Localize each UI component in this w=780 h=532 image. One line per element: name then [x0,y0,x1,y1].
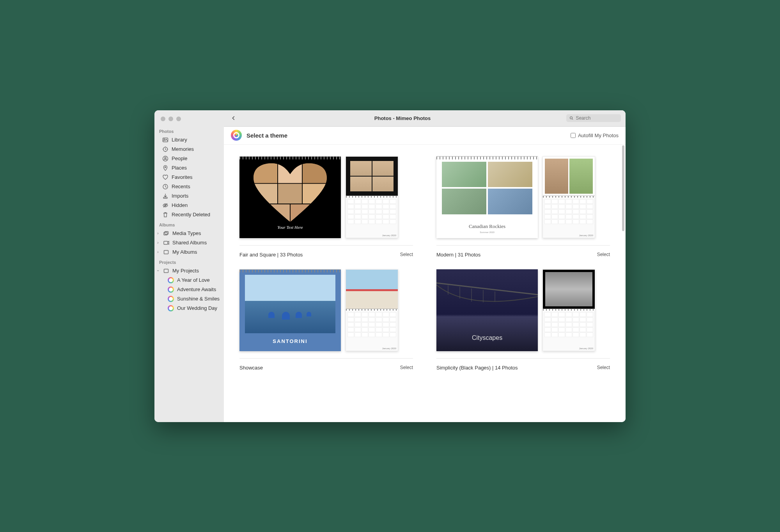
sidebar-item-media-types[interactable]: ›Media Types [154,229,224,238]
theme-cover[interactable]: Your Text Here [239,156,341,238]
theme-previews: Your Text Here January 2020 [239,156,413,246]
sidebar-item-shared-albums[interactable]: ›Shared Albums [154,238,224,247]
sidebar-project-item[interactable]: A Year of Love [154,276,224,285]
sidebar-item-recently-deleted[interactable]: Recently Deleted [154,210,224,219]
scrollbar-thumb[interactable] [622,145,624,231]
spiral-binding [436,156,538,159]
library-icon [162,137,168,143]
minimize-traffic-light[interactable] [168,117,173,121]
theme-meta: Simplicity (Black Pages) | 14 Photos Sel… [436,359,610,371]
theme-meta: Modern | 31 Photos Select [436,246,610,258]
theme-name: Simplicity (Black Pages) | 14 Photos [436,365,518,371]
theme-grid: Your Text Here January 2020 [239,156,610,371]
sidebar-item-recents[interactable]: Recents [154,182,224,191]
projects-icon [163,268,169,274]
window-title: Photos - Mimeo Photos [243,115,562,121]
theme-name: Showcase [239,365,263,371]
svg-rect-18 [303,163,327,184]
theme-previews: Canadian Rockies Summer 2020 January 202… [436,156,610,246]
places-icon [162,165,168,171]
sidebar-item-memories[interactable]: Memories [154,145,224,154]
cover-photo [245,275,335,333]
spiral-binding [239,269,341,272]
theme-cover[interactable]: Cityscapes [436,269,538,351]
memories-icon [162,146,168,152]
calendar-photo-area [346,157,398,196]
sidebar-item-my-projects[interactable]: ›My Projects [154,266,224,276]
calendar-month-label: January 2020 [579,347,593,350]
calendar-preview[interactable]: January 2020 [542,269,595,351]
sidebar-label: Adventure Awaits [177,286,216,292]
sidebar-label: Recents [172,184,190,189]
zoom-traffic-light[interactable] [176,117,181,121]
calendar-grid: January 2020 [543,311,595,351]
mimeo-logo-icon [231,130,242,141]
sidebar-item-hidden[interactable]: Hidden [154,201,224,210]
sidebar-section-projects: Projects [154,257,224,266]
sidebar-label: Recently Deleted [172,212,210,217]
search-field[interactable] [566,114,621,122]
close-traffic-light[interactable] [161,117,165,121]
project-icon [168,296,174,302]
cover-title: Cityscapes [436,334,538,341]
svg-rect-13 [164,269,168,272]
cover-photo-grid [442,162,532,214]
svg-point-1 [164,139,165,140]
autofill-input[interactable] [571,133,576,138]
select-button[interactable]: Select [400,252,413,257]
sidebar-item-favorites[interactable]: Favorites [154,173,224,182]
sidebar-item-people[interactable]: People [154,154,224,163]
chevron-right-icon[interactable]: › [156,250,160,254]
project-icon [168,277,174,283]
sidebar-project-item[interactable]: Sunshine & Smiles [154,294,224,304]
calendar-preview[interactable]: January 2020 [346,156,398,238]
sidebar-section-photos: Photos [154,126,224,135]
theme-grid-scroll[interactable]: Your Text Here January 2020 [224,145,626,422]
subheader: Select a theme Autofill My Photos [224,127,626,145]
svg-point-4 [165,157,166,159]
svg-rect-7 [163,197,167,198]
svg-point-14 [570,117,573,119]
chevron-right-icon[interactable]: › [156,240,160,245]
project-icon [168,286,174,293]
theme-card-simplicity: Cityscapes January 2020 Simplicity [436,269,610,371]
sidebar-item-imports[interactable]: Imports [154,191,224,201]
sidebar-item-places[interactable]: Places [154,163,224,173]
select-button[interactable]: Select [597,252,610,257]
theme-cover[interactable]: SANTORINI [239,269,341,351]
calendar-preview[interactable]: January 2020 [542,156,595,238]
sidebar-label: My Projects [172,268,199,274]
people-icon [162,156,168,162]
search-input[interactable] [576,115,618,121]
sidebar-label: People [172,156,187,161]
sidebar-item-my-albums[interactable]: ›My Albums [154,247,224,257]
sidebar-label: Favorites [172,174,192,180]
app-window: Photos Library Memories People Places Fa… [154,110,626,422]
sidebar-label: A Year of Love [177,277,210,283]
theme-previews: Cityscapes January 2020 [436,269,610,359]
cover-subtitle: Summer 2020 [436,231,538,233]
chevron-right-icon[interactable]: › [156,231,160,235]
theme-previews: SANTORINI January 2020 [239,269,413,359]
calendar-photo-area [543,157,595,196]
sidebar-label: Sunshine & Smiles [177,296,220,302]
svg-rect-21 [303,184,327,204]
theme-name: Fair and Square | 33 Photos [239,252,303,258]
select-button[interactable]: Select [400,365,413,370]
calendar-preview[interactable]: January 2020 [346,269,398,351]
theme-name: Modern | 31 Photos [436,252,480,258]
heart-icon [162,174,168,180]
sidebar-project-item[interactable]: Adventure Awaits [154,285,224,294]
sidebar-item-library[interactable]: Library [154,135,224,145]
chevron-down-icon[interactable]: › [156,269,160,273]
theme-cover[interactable]: Canadian Rockies Summer 2020 [436,156,538,238]
sidebar-label: My Albums [172,249,197,255]
back-button[interactable] [229,113,239,123]
main-panel: Photos - Mimeo Photos Select a theme Aut… [224,110,626,422]
svg-rect-20 [278,184,302,204]
cover-title: SANTORINI [239,338,341,344]
hidden-icon [162,202,168,209]
select-button[interactable]: Select [597,365,610,370]
sidebar-project-item[interactable]: Our Wedding Day [154,304,224,313]
autofill-checkbox[interactable]: Autofill My Photos [571,133,619,138]
